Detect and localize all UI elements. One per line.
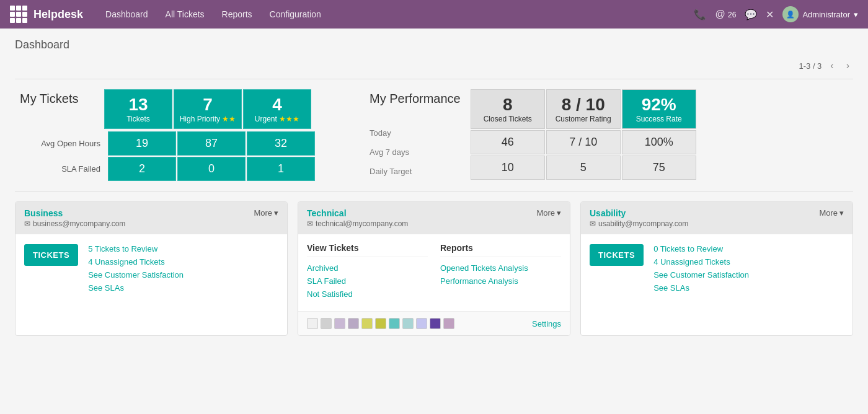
chevron-down-icon-tech: ▾ xyxy=(557,208,561,218)
business-card-links: 5 Tickets to Review 4 Unassigned Tickets… xyxy=(88,244,184,293)
my-tickets-title: My Tickets xyxy=(20,92,94,106)
usability-tickets-to-review[interactable]: 0 Tickets to Review xyxy=(653,244,749,253)
pagination-prev[interactable]: ‹ xyxy=(826,59,837,73)
technical-sla-failed[interactable]: SLA Failed xyxy=(307,276,428,286)
close-icon[interactable]: ✕ xyxy=(766,9,774,20)
usability-card-body: TICKETS 0 Tickets to Review 4 Unassigned… xyxy=(581,234,852,302)
chevron-down-icon-usability: ▾ xyxy=(839,208,844,218)
tickets-header-row: 13 Tickets 7 High Priority ★★ 4 xyxy=(104,89,315,129)
usability-card-title: Usability xyxy=(590,208,688,218)
technical-card: Technical ✉ technical@mycompany.com More… xyxy=(298,201,570,336)
pagination-text: 1-3 / 3 xyxy=(799,61,822,71)
swatch-8[interactable] xyxy=(416,318,427,329)
avg-hours-val-1: 87 xyxy=(177,131,246,156)
usability-tickets-button[interactable]: TICKETS xyxy=(590,244,644,266)
chevron-down-icon: ▾ xyxy=(274,208,278,218)
business-card-body: TICKETS 5 Tickets to Review 4 Unassigned… xyxy=(16,234,287,302)
settings-link[interactable]: Settings xyxy=(532,319,561,328)
swatch-9[interactable] xyxy=(430,318,441,329)
my-perf-title: My Performance xyxy=(370,92,461,106)
app-logo[interactable]: Helpdesk xyxy=(10,6,83,23)
nav-menu: Dashboard All Tickets Reports Configurat… xyxy=(98,6,694,23)
user-menu[interactable]: 👤 Administrator ▾ xyxy=(782,6,858,22)
cards-section: Business ✉ business@mycompany.com More ▾… xyxy=(15,201,853,336)
technical-more-button[interactable]: More ▾ xyxy=(536,208,561,218)
tickets-col-1: 7 High Priority ★★ xyxy=(174,89,242,129)
technical-opened-analysis[interactable]: Opened Tickets Analysis xyxy=(440,263,561,273)
usability-customer-satisfaction[interactable]: See Customer Satisfaction xyxy=(653,270,749,280)
nav-reports[interactable]: Reports xyxy=(215,6,260,23)
avg-hours-val-2: 32 xyxy=(247,131,315,156)
section-divider xyxy=(15,191,853,192)
stats-section: My Tickets 13 Tickets 7 High Priority xyxy=(15,89,853,181)
swatch-10[interactable] xyxy=(443,318,454,329)
high-priority-stars: ★★ xyxy=(222,115,236,123)
my-performance-block: My Performance Today Avg 7 days Daily Ta… xyxy=(370,89,696,181)
usability-more-button[interactable]: More ▾ xyxy=(819,208,844,218)
top-navigation: Helpdesk Dashboard All Tickets Reports C… xyxy=(0,0,868,29)
phone-icon[interactable]: 📞 xyxy=(694,9,706,20)
usability-slas[interactable]: See SLAs xyxy=(653,283,749,293)
technical-perf-analysis[interactable]: Performance Analysis xyxy=(440,276,561,286)
avg-open-hours-label: Avg Open Hours xyxy=(29,139,103,148)
swatch-3[interactable] xyxy=(348,318,359,329)
swatch-7[interactable] xyxy=(402,318,414,329)
reports-col: Reports Opened Tickets Analysis Performa… xyxy=(440,243,561,302)
my-tickets-grid: 13 Tickets 7 High Priority ★★ 4 xyxy=(104,89,315,181)
technical-not-satisfied[interactable]: Not Satisfied xyxy=(307,289,428,299)
user-name: Administrator xyxy=(802,10,850,19)
notification-badge[interactable]: @ 26 xyxy=(715,9,736,20)
business-tickets-button[interactable]: TICKETS xyxy=(24,244,78,266)
avatar: 👤 xyxy=(782,6,799,22)
nav-all-tickets[interactable]: All Tickets xyxy=(158,6,212,23)
technical-dropdown-body: View Tickets Archived SLA Failed Not Sat… xyxy=(298,234,570,335)
technical-archived[interactable]: Archived xyxy=(307,263,428,273)
perf-col-2: 92% Success Rate xyxy=(622,89,696,129)
usability-card-email: ✉ usability@mycompnay.com xyxy=(590,219,688,228)
usability-unassigned[interactable]: 4 Unassigned Tickets xyxy=(653,257,749,266)
perf-target-label: Daily Target xyxy=(370,167,461,176)
pagination-next[interactable]: › xyxy=(843,59,853,73)
view-tickets-title: View Tickets xyxy=(307,243,428,257)
nav-dashboard[interactable]: Dashboard xyxy=(98,6,156,23)
business-customer-satisfaction[interactable]: See Customer Satisfaction xyxy=(88,270,184,280)
swatch-4[interactable] xyxy=(361,318,373,329)
perf-col-0: 8 Closed Tickets xyxy=(471,89,545,129)
business-slas[interactable]: See SLAs xyxy=(88,283,184,293)
technical-dropdown-cols: View Tickets Archived SLA Failed Not Sat… xyxy=(307,243,561,302)
app-name: Helpdesk xyxy=(33,8,83,21)
swatch-1[interactable] xyxy=(321,318,332,329)
reports-title: Reports xyxy=(440,243,561,257)
envelope-icon-tech: ✉ xyxy=(307,219,313,228)
view-tickets-col: View Tickets Archived SLA Failed Not Sat… xyxy=(307,243,428,302)
usability-card: Usability ✉ usability@mycompnay.com More… xyxy=(580,201,853,336)
nav-configuration[interactable]: Configuration xyxy=(262,6,329,23)
main-content: Dashboard 1-3 / 3 ‹ › My Tickets 13 Tick… xyxy=(0,29,868,346)
sla-failed-val-2: 1 xyxy=(247,157,315,181)
technical-card-header: Technical ✉ technical@mycompany.com More… xyxy=(298,202,570,234)
technical-card-title: Technical xyxy=(307,208,408,218)
my-tickets-block: My Tickets 13 Tickets 7 High Priority xyxy=(20,89,315,181)
pagination-row: 1-3 / 3 ‹ › xyxy=(15,59,853,79)
perf-today-label: Today xyxy=(370,128,461,138)
perf-row-1: 46 7 / 10 100% xyxy=(471,130,696,154)
perf-grid: 8 Closed Tickets 8 / 10 Customer Rating … xyxy=(471,89,696,180)
business-card-email: ✉ business@mycompany.com xyxy=(24,219,125,228)
envelope-icon: ✉ xyxy=(24,219,30,228)
user-dropdown-icon: ▾ xyxy=(854,10,858,19)
swatch-2[interactable] xyxy=(334,318,345,329)
perf-avg-label: Avg 7 days xyxy=(370,148,461,157)
business-unassigned[interactable]: 4 Unassigned Tickets xyxy=(88,257,184,266)
chat-icon[interactable]: 💬 xyxy=(745,9,757,20)
perf-header-row: 8 Closed Tickets 8 / 10 Customer Rating … xyxy=(471,89,696,129)
swatch-0[interactable] xyxy=(307,318,318,329)
swatch-6[interactable] xyxy=(389,318,400,329)
swatch-5[interactable] xyxy=(375,318,386,329)
avg-hours-val-0: 19 xyxy=(108,131,176,156)
avg-open-hours-row: Avg Open Hours 19 87 32 xyxy=(104,131,315,156)
business-tickets-to-review[interactable]: 5 Tickets to Review xyxy=(88,244,184,253)
sla-failed-row: SLA Failed 2 0 1 xyxy=(104,157,315,181)
technical-color-bar: Settings xyxy=(298,311,570,335)
perf-row-2: 10 5 75 xyxy=(471,156,696,180)
business-more-button[interactable]: More ▾ xyxy=(254,208,278,218)
